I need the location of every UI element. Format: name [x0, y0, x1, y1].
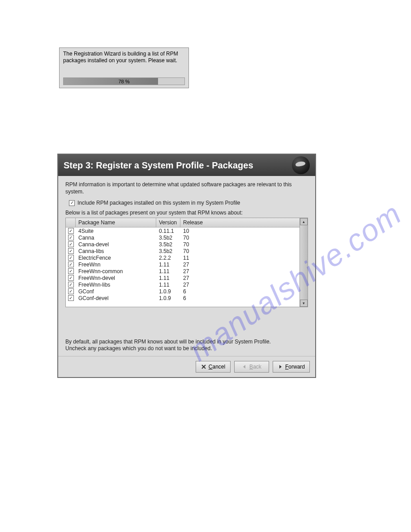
col-check[interactable]	[66, 218, 76, 227]
package-checkbox[interactable]: ✓	[68, 228, 74, 234]
package-row[interactable]: ✓Canna-libs3.5b270	[66, 248, 300, 254]
package-name: FreeWnn-libs	[76, 282, 156, 288]
package-checkbox[interactable]: ✓	[68, 255, 74, 261]
package-version: 2.2.2	[156, 255, 180, 261]
package-name: Canna-devel	[76, 241, 156, 248]
package-row[interactable]: ✓GConf1.0.96	[66, 288, 300, 295]
package-checkbox[interactable]: ✓	[68, 268, 74, 274]
progress-message: The Registration Wizard is building a li…	[63, 51, 185, 64]
forward-label: orward	[288, 364, 305, 370]
package-version: 3.5b2	[156, 235, 180, 241]
back-label: ack	[253, 364, 261, 370]
include-rpm-checkbox[interactable]: ✓	[69, 200, 75, 206]
package-name: FreeWnn-common	[76, 268, 156, 275]
package-list-label: Below is a list of packages present on y…	[65, 210, 308, 216]
forward-arrow-icon	[278, 364, 283, 369]
package-version: 1.11	[156, 268, 180, 275]
package-checkbox[interactable]: ✓	[68, 282, 74, 287]
scroll-down-icon[interactable]: ▾	[300, 300, 308, 307]
wizard-button-bar: Cancel Back Forward	[58, 356, 315, 377]
package-row[interactable]: ✓4Suite0.11.110	[66, 227, 300, 234]
package-name: GConf-devel	[76, 295, 156, 301]
wizard-window: Step 3: Register a System Profile - Pack…	[57, 154, 316, 378]
package-checkbox[interactable]: ✓	[68, 235, 74, 240]
package-row[interactable]: ✓FreeWnn-libs1.1127	[66, 281, 300, 288]
package-version: 3.5b2	[156, 241, 180, 248]
col-release[interactable]: Release	[180, 218, 300, 227]
package-release: 27	[180, 275, 300, 281]
package-scrollbar[interactable]: ▴ ▾	[300, 218, 308, 307]
package-table: Package Name Version Release ✓4Suite0.11…	[66, 218, 300, 307]
forward-button[interactable]: Forward	[273, 361, 310, 373]
package-release: 11	[180, 255, 300, 261]
package-row[interactable]: ✓Canna-devel3.5b270	[66, 241, 300, 248]
package-row[interactable]: ✓FreeWnn-devel1.1127	[66, 275, 300, 281]
package-name: Canna	[76, 235, 156, 241]
wizard-footer-note: By default, all packages that RPM knows …	[65, 312, 308, 352]
cancel-label: ancel	[212, 364, 225, 370]
cancel-icon	[201, 364, 206, 369]
package-name: 4Suite	[76, 228, 156, 234]
cancel-button[interactable]: Cancel	[196, 361, 231, 373]
package-checkbox[interactable]: ✓	[68, 241, 74, 247]
package-version: 0.11.1	[156, 228, 180, 234]
wizard-info-text: RPM information is important to determin…	[65, 181, 308, 195]
col-version[interactable]: Version	[156, 218, 180, 227]
package-release: 70	[180, 235, 300, 241]
progress-bar: 78 %	[63, 77, 185, 85]
package-table-panel: Package Name Version Release ✓4Suite0.11…	[65, 218, 308, 307]
package-version: 1.11	[156, 282, 180, 288]
package-checkbox[interactable]: ✓	[68, 248, 74, 254]
package-version: 1.0.9	[156, 295, 180, 301]
package-release: 27	[180, 262, 300, 268]
footer-note-line-2: Uncheck any packages which you do not wa…	[65, 345, 308, 352]
package-row[interactable]: ✓FreeWnn-common1.1127	[66, 268, 300, 275]
package-checkbox[interactable]: ✓	[68, 262, 74, 267]
package-name: FreeWnn	[76, 262, 156, 268]
package-name: FreeWnn-devel	[76, 275, 156, 281]
package-checkbox[interactable]: ✓	[68, 275, 74, 281]
package-checkbox[interactable]: ✓	[68, 288, 74, 294]
wizard-title: Step 3: Register a System Profile - Pack…	[64, 160, 253, 171]
include-rpm-label: Include RPM packages installed on this s…	[77, 200, 240, 206]
package-release: 10	[180, 228, 300, 234]
package-version: 1.11	[156, 275, 180, 281]
package-row[interactable]: ✓GConf-devel1.0.96	[66, 295, 300, 301]
back-arrow-icon	[242, 364, 247, 369]
redhat-logo-icon	[292, 156, 310, 174]
package-release: 6	[180, 288, 300, 295]
progress-dialog: The Registration Wizard is building a li…	[59, 47, 189, 88]
col-package-name[interactable]: Package Name	[76, 218, 156, 227]
wizard-titlebar: Step 3: Register a System Profile - Pack…	[58, 154, 315, 176]
package-row[interactable]: ✓Canna3.5b270	[66, 234, 300, 241]
package-name: ElectricFence	[76, 255, 156, 261]
package-version: 1.0.9	[156, 288, 180, 295]
package-release: 27	[180, 282, 300, 288]
wizard-body: RPM information is important to determin…	[58, 176, 315, 356]
package-version: 3.5b2	[156, 248, 180, 254]
package-name: Canna-libs	[76, 248, 156, 254]
package-row[interactable]: ✓ElectricFence2.2.211	[66, 254, 300, 261]
scroll-up-icon[interactable]: ▴	[300, 218, 308, 225]
package-release: 27	[180, 268, 300, 275]
package-rows: ✓4Suite0.11.110✓Canna3.5b270✓Canna-devel…	[66, 227, 300, 307]
package-release: 70	[180, 241, 300, 248]
package-version: 1.11	[156, 262, 180, 268]
footer-note-line-1: By default, all packages that RPM knows …	[65, 339, 308, 346]
package-table-header: Package Name Version Release	[66, 218, 300, 227]
package-row[interactable]: ✓FreeWnn1.1127	[66, 261, 300, 268]
progress-percent-label: 78 %	[64, 78, 184, 85]
package-checkbox[interactable]: ✓	[68, 295, 74, 301]
back-button[interactable]: Back	[234, 361, 269, 373]
package-release: 70	[180, 248, 300, 254]
package-release: 6	[180, 295, 300, 301]
include-rpm-checkbox-row[interactable]: ✓ Include RPM packages installed on this…	[69, 200, 308, 206]
package-name: GConf	[76, 288, 156, 295]
